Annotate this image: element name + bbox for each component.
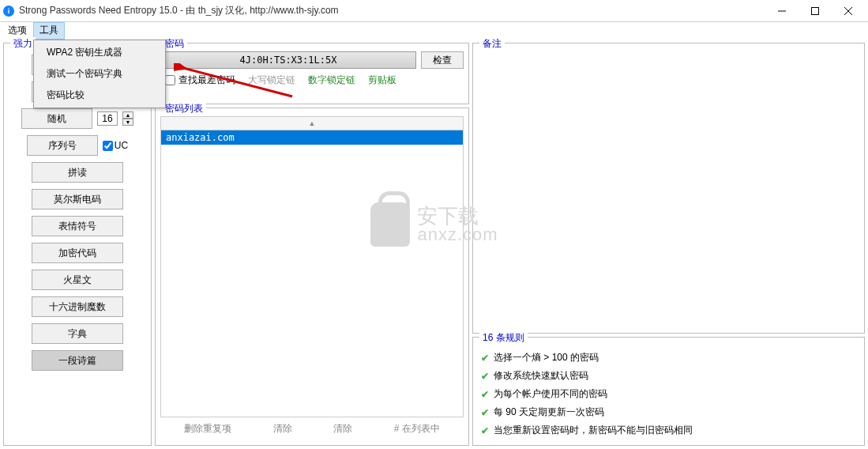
close-button[interactable]	[832, 0, 865, 22]
password-list[interactable]: anxiazai.com	[160, 130, 464, 417]
footer-dedup[interactable]: 删除重复项	[184, 422, 231, 436]
tools-dropdown: WPA2 密钥生成器 测试一个密码字典 密码比较	[33, 40, 166, 108]
notes-group: 备注	[472, 43, 865, 334]
footer-clear2[interactable]: 清除	[333, 422, 352, 436]
menubar: 选项 工具	[0, 22, 868, 40]
random-length-spinner[interactable]: ▲▼	[122, 111, 133, 126]
btn-encrypt[interactable]: 加密代码	[32, 243, 123, 263]
btn-random[interactable]: 随机	[21, 108, 92, 129]
rules-legend: 16 条规则	[479, 331, 528, 345]
btn-hex[interactable]: 十六进制魔数	[32, 296, 123, 317]
caps-lock-status: 大写锁定链	[248, 74, 295, 87]
check-icon: ✔	[481, 407, 489, 418]
clipboard-status: 剪贴板	[368, 74, 396, 87]
menu-wpa2-generator[interactable]: WPA2 密钥生成器	[36, 42, 163, 63]
btn-poem[interactable]: 一段诗篇	[32, 350, 123, 371]
password-field[interactable]: 4J:0H:TS:X3:1L:5X	[160, 51, 416, 69]
btn-pinyin[interactable]: 拼读	[32, 162, 123, 183]
window-title: Strong Passwords Need Entropy 15.0 - 由 t…	[19, 4, 765, 17]
btn-morse[interactable]: 莫尔斯电码	[32, 189, 123, 209]
check-icon: ✔	[481, 425, 489, 436]
btn-serial[interactable]: 序列号	[27, 135, 98, 156]
password-list-group: 密码列表 ▲ anxiazai.com 删除重复项 清除 清除 # 在列表中	[155, 108, 469, 446]
find-worst-label: 查找最差密码	[178, 74, 235, 87]
find-worst-checkbox[interactable]	[165, 75, 175, 85]
check-icon: ✔	[481, 353, 489, 364]
svg-rect-1	[812, 7, 819, 14]
btn-dictionary[interactable]: 字典	[32, 323, 123, 344]
rule-item: ✔修改系统快速默认密码	[479, 367, 858, 385]
menu-password-compare[interactable]: 密码比较	[36, 85, 163, 106]
rule-item: ✔为每个帐户使用不同的密码	[479, 385, 858, 403]
rules-list: ✔选择一个熵 > 100 的密码 ✔修改系统快速默认密码 ✔为每个帐户使用不同的…	[478, 345, 859, 443]
uc-label: UC	[115, 140, 128, 151]
app-icon: i	[3, 6, 14, 17]
password-group: 密码 4J:0H:TS:X3:1L:5X 检查 查找最差密码 大写锁定链 数字锁…	[155, 43, 469, 104]
btn-mars[interactable]: 火星文	[32, 270, 123, 290]
footer-inlist: # 在列表中	[394, 422, 440, 436]
menu-tools[interactable]: 工具	[33, 22, 65, 40]
strength-legend: 强力	[10, 37, 36, 51]
list-header[interactable]: ▲	[160, 116, 464, 130]
password-list-legend: 密码列表	[162, 102, 206, 115]
num-lock-status: 数字锁定链	[308, 74, 355, 87]
random-length-value[interactable]: 16	[97, 111, 118, 126]
minimize-button[interactable]	[765, 0, 798, 22]
rule-item: ✔选择一个熵 > 100 的密码	[479, 349, 858, 367]
rule-item: ✔每 90 天定期更新一次密码	[479, 403, 858, 421]
check-icon: ✔	[481, 371, 489, 382]
window-titlebar: i Strong Passwords Need Entropy 15.0 - 由…	[0, 0, 868, 22]
btn-emoji[interactable]: 表情符号	[32, 216, 123, 236]
check-icon: ✔	[481, 389, 489, 400]
rules-group: 16 条规则 ✔选择一个熵 > 100 的密码 ✔修改系统快速默认密码 ✔为每个…	[472, 337, 865, 446]
check-button[interactable]: 检查	[421, 51, 464, 69]
footer-clear1[interactable]: 清除	[273, 422, 292, 436]
list-footer: 删除重复项 清除 清除 # 在列表中	[160, 417, 464, 440]
menu-test-dictionary[interactable]: 测试一个密码字典	[36, 63, 163, 85]
sort-indicator-icon: ▲	[309, 119, 316, 127]
uc-checkbox[interactable]	[103, 141, 113, 151]
notes-legend: 备注	[479, 37, 505, 51]
list-item[interactable]: anxiazai.com	[161, 130, 463, 145]
maximize-button[interactable]	[798, 0, 832, 22]
rule-item: ✔当您重新设置密码时，新密码不能与旧密码相同	[479, 421, 858, 440]
